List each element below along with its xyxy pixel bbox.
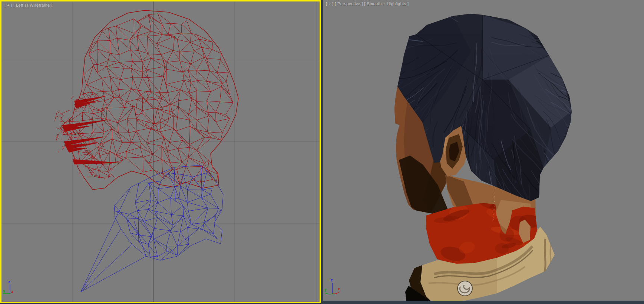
viewport-label-left[interactable]: [ + ] [ Left ] [ Wireframe ] <box>4 3 52 7</box>
max-viewport-stage: zyx [ + ] [ Left ] [ Wireframe ] zyx [ +… <box>0 0 644 304</box>
axis-label-x: x <box>338 287 340 291</box>
grid-lines <box>1 1 320 302</box>
wireframe-collar-blue <box>81 165 223 292</box>
axis-label-x: x <box>11 290 13 294</box>
shaded-canvas[interactable]: zyx <box>323 0 644 301</box>
jacket-button <box>458 281 472 296</box>
wireframe-canvas[interactable]: zyx <box>1 1 320 302</box>
viewport-left-wireframe[interactable]: zyx [ + ] [ Left ] [ Wireframe ] <box>0 0 321 303</box>
axis-label-z: z <box>8 280 10 284</box>
axis-label-y: y <box>324 288 327 292</box>
axis-tripod: zyx <box>324 278 340 294</box>
viewport-label-right[interactable]: [ + ] [ Perspective ] [ Smooth + Highlig… <box>326 1 409 6</box>
shaded-head-model <box>342 0 620 301</box>
axis-tripod: zyx <box>3 280 13 294</box>
axis-label-z: z <box>331 278 333 282</box>
axis-label-y: y <box>3 289 5 293</box>
viewport-right-perspective[interactable]: zyx [ + ] [ Perspective ] [ Smooth + Hig… <box>323 0 644 301</box>
